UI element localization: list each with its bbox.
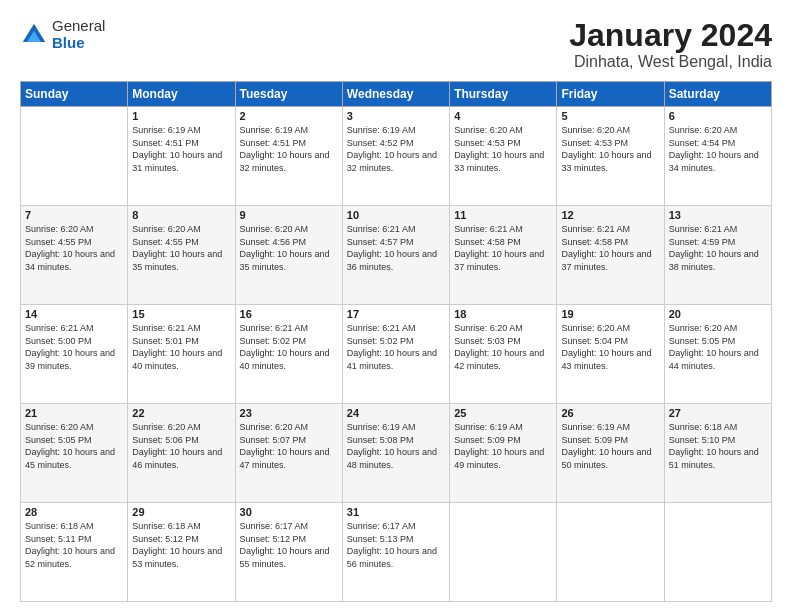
day-number: 24 [347, 407, 445, 419]
table-row: 21 Sunrise: 6:20 AMSunset: 5:05 PMDaylig… [21, 404, 128, 503]
logo-text: General Blue [52, 18, 105, 51]
day-number: 13 [669, 209, 767, 221]
table-row: 18 Sunrise: 6:20 AMSunset: 5:03 PMDaylig… [450, 305, 557, 404]
day-info: Sunrise: 6:20 AMSunset: 4:53 PMDaylight:… [561, 124, 659, 174]
day-number: 3 [347, 110, 445, 122]
table-row: 12 Sunrise: 6:21 AMSunset: 4:58 PMDaylig… [557, 206, 664, 305]
calendar-week-row: 14 Sunrise: 6:21 AMSunset: 5:00 PMDaylig… [21, 305, 772, 404]
day-number: 7 [25, 209, 123, 221]
page: General Blue January 2024 Dinhata, West … [0, 0, 792, 612]
table-row: 16 Sunrise: 6:21 AMSunset: 5:02 PMDaylig… [235, 305, 342, 404]
day-number: 16 [240, 308, 338, 320]
day-info: Sunrise: 6:20 AMSunset: 4:53 PMDaylight:… [454, 124, 552, 174]
table-row: 19 Sunrise: 6:20 AMSunset: 5:04 PMDaylig… [557, 305, 664, 404]
table-row: 9 Sunrise: 6:20 AMSunset: 4:56 PMDayligh… [235, 206, 342, 305]
logo: General Blue [20, 18, 105, 51]
calendar-week-row: 28 Sunrise: 6:18 AMSunset: 5:11 PMDaylig… [21, 503, 772, 602]
day-info: Sunrise: 6:17 AMSunset: 5:13 PMDaylight:… [347, 520, 445, 570]
day-info: Sunrise: 6:21 AMSunset: 4:59 PMDaylight:… [669, 223, 767, 273]
title-section: January 2024 Dinhata, West Bengal, India [569, 18, 772, 71]
day-number: 10 [347, 209, 445, 221]
day-info: Sunrise: 6:19 AMSunset: 5:09 PMDaylight:… [561, 421, 659, 471]
calendar-week-row: 1 Sunrise: 6:19 AMSunset: 4:51 PMDayligh… [21, 107, 772, 206]
table-row: 31 Sunrise: 6:17 AMSunset: 5:13 PMDaylig… [342, 503, 449, 602]
day-number: 12 [561, 209, 659, 221]
weekday-header-row: Sunday Monday Tuesday Wednesday Thursday… [21, 82, 772, 107]
day-number: 20 [669, 308, 767, 320]
day-info: Sunrise: 6:20 AMSunset: 4:55 PMDaylight:… [132, 223, 230, 273]
day-info: Sunrise: 6:20 AMSunset: 5:04 PMDaylight:… [561, 322, 659, 372]
table-row: 10 Sunrise: 6:21 AMSunset: 4:57 PMDaylig… [342, 206, 449, 305]
day-number: 28 [25, 506, 123, 518]
day-info: Sunrise: 6:21 AMSunset: 5:01 PMDaylight:… [132, 322, 230, 372]
day-number: 15 [132, 308, 230, 320]
day-info: Sunrise: 6:21 AMSunset: 4:57 PMDaylight:… [347, 223, 445, 273]
header-thursday: Thursday [450, 82, 557, 107]
calendar-week-row: 7 Sunrise: 6:20 AMSunset: 4:55 PMDayligh… [21, 206, 772, 305]
logo-general-text: General [52, 18, 105, 35]
day-info: Sunrise: 6:19 AMSunset: 4:51 PMDaylight:… [132, 124, 230, 174]
table-row: 3 Sunrise: 6:19 AMSunset: 4:52 PMDayligh… [342, 107, 449, 206]
day-number: 9 [240, 209, 338, 221]
header-saturday: Saturday [664, 82, 771, 107]
day-info: Sunrise: 6:20 AMSunset: 5:05 PMDaylight:… [25, 421, 123, 471]
day-number: 18 [454, 308, 552, 320]
table-row: 5 Sunrise: 6:20 AMSunset: 4:53 PMDayligh… [557, 107, 664, 206]
table-row: 28 Sunrise: 6:18 AMSunset: 5:11 PMDaylig… [21, 503, 128, 602]
header-sunday: Sunday [21, 82, 128, 107]
table-row: 1 Sunrise: 6:19 AMSunset: 4:51 PMDayligh… [128, 107, 235, 206]
day-info: Sunrise: 6:18 AMSunset: 5:12 PMDaylight:… [132, 520, 230, 570]
day-info: Sunrise: 6:19 AMSunset: 4:52 PMDaylight:… [347, 124, 445, 174]
table-row: 30 Sunrise: 6:17 AMSunset: 5:12 PMDaylig… [235, 503, 342, 602]
day-number: 6 [669, 110, 767, 122]
day-number: 21 [25, 407, 123, 419]
calendar-body: 1 Sunrise: 6:19 AMSunset: 4:51 PMDayligh… [21, 107, 772, 602]
day-number: 29 [132, 506, 230, 518]
table-row: 26 Sunrise: 6:19 AMSunset: 5:09 PMDaylig… [557, 404, 664, 503]
day-info: Sunrise: 6:18 AMSunset: 5:10 PMDaylight:… [669, 421, 767, 471]
table-row [450, 503, 557, 602]
day-number: 19 [561, 308, 659, 320]
table-row [21, 107, 128, 206]
day-number: 25 [454, 407, 552, 419]
table-row: 25 Sunrise: 6:19 AMSunset: 5:09 PMDaylig… [450, 404, 557, 503]
day-number: 23 [240, 407, 338, 419]
day-number: 30 [240, 506, 338, 518]
day-number: 14 [25, 308, 123, 320]
day-info: Sunrise: 6:20 AMSunset: 5:07 PMDaylight:… [240, 421, 338, 471]
table-row: 22 Sunrise: 6:20 AMSunset: 5:06 PMDaylig… [128, 404, 235, 503]
day-info: Sunrise: 6:21 AMSunset: 4:58 PMDaylight:… [454, 223, 552, 273]
day-info: Sunrise: 6:20 AMSunset: 5:03 PMDaylight:… [454, 322, 552, 372]
day-number: 4 [454, 110, 552, 122]
table-row: 23 Sunrise: 6:20 AMSunset: 5:07 PMDaylig… [235, 404, 342, 503]
day-info: Sunrise: 6:20 AMSunset: 5:05 PMDaylight:… [669, 322, 767, 372]
day-info: Sunrise: 6:19 AMSunset: 5:09 PMDaylight:… [454, 421, 552, 471]
day-info: Sunrise: 6:21 AMSunset: 5:02 PMDaylight:… [347, 322, 445, 372]
table-row: 29 Sunrise: 6:18 AMSunset: 5:12 PMDaylig… [128, 503, 235, 602]
day-info: Sunrise: 6:19 AMSunset: 4:51 PMDaylight:… [240, 124, 338, 174]
table-row: 7 Sunrise: 6:20 AMSunset: 4:55 PMDayligh… [21, 206, 128, 305]
header: General Blue January 2024 Dinhata, West … [20, 18, 772, 71]
day-number: 2 [240, 110, 338, 122]
location-title: Dinhata, West Bengal, India [569, 53, 772, 71]
day-number: 26 [561, 407, 659, 419]
day-number: 8 [132, 209, 230, 221]
table-row: 17 Sunrise: 6:21 AMSunset: 5:02 PMDaylig… [342, 305, 449, 404]
day-info: Sunrise: 6:20 AMSunset: 4:54 PMDaylight:… [669, 124, 767, 174]
day-info: Sunrise: 6:19 AMSunset: 5:08 PMDaylight:… [347, 421, 445, 471]
month-title: January 2024 [569, 18, 772, 53]
day-number: 27 [669, 407, 767, 419]
table-row: 14 Sunrise: 6:21 AMSunset: 5:00 PMDaylig… [21, 305, 128, 404]
header-monday: Monday [128, 82, 235, 107]
table-row: 2 Sunrise: 6:19 AMSunset: 4:51 PMDayligh… [235, 107, 342, 206]
day-info: Sunrise: 6:20 AMSunset: 5:06 PMDaylight:… [132, 421, 230, 471]
table-row [557, 503, 664, 602]
calendar-table: Sunday Monday Tuesday Wednesday Thursday… [20, 81, 772, 602]
logo-blue-text: Blue [52, 35, 105, 52]
day-number: 17 [347, 308, 445, 320]
table-row: 4 Sunrise: 6:20 AMSunset: 4:53 PMDayligh… [450, 107, 557, 206]
header-wednesday: Wednesday [342, 82, 449, 107]
table-row [664, 503, 771, 602]
table-row: 11 Sunrise: 6:21 AMSunset: 4:58 PMDaylig… [450, 206, 557, 305]
day-info: Sunrise: 6:17 AMSunset: 5:12 PMDaylight:… [240, 520, 338, 570]
